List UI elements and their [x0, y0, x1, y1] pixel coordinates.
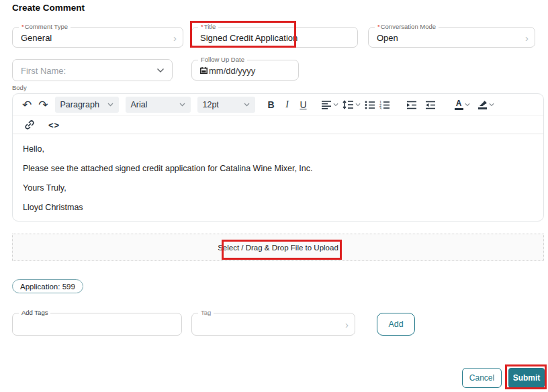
text-color-button[interactable]: A	[455, 99, 470, 110]
editor-toolbar-row2: <>	[13, 116, 543, 134]
indent-button[interactable]	[406, 97, 417, 113]
conversation-mode-value: Open	[377, 32, 398, 42]
highlight-color-button[interactable]	[478, 100, 494, 109]
chevron-right-icon: ›	[173, 32, 177, 42]
comment-type-label: *Comment Type	[19, 23, 71, 31]
svg-text:3: 3	[379, 106, 381, 109]
conversation-mode-label: *Conversation Mode	[375, 23, 439, 31]
body-paragraph: Lloyd Christmas	[23, 202, 533, 213]
page-title: Create Comment	[12, 3, 85, 13]
first-name-select[interactable]: First Name:	[12, 59, 173, 81]
undo-button[interactable]: ↶	[22, 97, 32, 113]
cancel-button[interactable]: Cancel	[462, 368, 502, 388]
paragraph-style-select[interactable]: Paragraph	[55, 97, 119, 113]
body-rich-text-editor: ↶ ↷ Paragraph Arial 12pt B I U	[12, 93, 544, 222]
body-paragraph: Please see the attached signed credit ap…	[23, 163, 533, 174]
title-value: Signed Credit Application	[200, 32, 298, 42]
outdent-button[interactable]	[425, 97, 436, 113]
title-input[interactable]: *Title Signed Credit Application	[191, 27, 358, 48]
body-label: Body	[12, 84, 27, 91]
chevron-down-icon	[465, 103, 470, 107]
file-upload-label: Select / Drag & Drop File to Upload	[218, 244, 338, 252]
chevron-down-icon	[355, 103, 361, 107]
highlighter-icon	[478, 100, 488, 107]
chevron-down-icon	[156, 68, 165, 73]
text-color-icon: A	[456, 99, 462, 107]
file-upload-dropzone[interactable]: Select / Drag & Drop File to Upload	[12, 234, 544, 261]
follow-up-date-placeholder: mm/dd/yyyy	[209, 65, 255, 75]
line-height-button[interactable]	[342, 100, 361, 109]
create-comment-form: Create Comment *Comment Type General › *…	[0, 0, 548, 392]
body-editor-content[interactable]: Hello,Please see the attached signed cre…	[13, 134, 543, 221]
body-paragraph: Yours Truly,	[23, 183, 533, 193]
chevron-down-icon	[107, 103, 113, 107]
chevron-down-icon	[489, 103, 494, 107]
font-family-select[interactable]: Arial	[126, 97, 191, 113]
chevron-right-icon: ›	[525, 32, 529, 42]
comment-type-value: General	[21, 32, 52, 42]
redo-button[interactable]: ↷	[38, 97, 48, 113]
application-chip[interactable]: Application: 599	[12, 279, 83, 293]
chevron-down-icon	[333, 103, 338, 107]
follow-up-date-label: Follow Up Date	[198, 56, 247, 64]
link-icon	[24, 119, 35, 130]
tag-label: Tag	[198, 309, 214, 317]
add-tags-label: Add Tags	[19, 309, 50, 317]
align-button[interactable]	[321, 100, 338, 109]
chevron-right-icon: ›	[345, 320, 349, 330]
numbered-list-button[interactable]: 123	[379, 97, 390, 113]
title-label: *Title	[198, 23, 218, 31]
italic-button[interactable]: I	[279, 97, 295, 113]
bold-button[interactable]: B	[263, 97, 279, 113]
font-size-select[interactable]: 12pt	[197, 97, 255, 113]
chevron-down-icon	[179, 103, 185, 107]
redo-icon: ↷	[38, 99, 48, 111]
first-name-placeholder: First Name:	[21, 65, 66, 75]
follow-up-date-input[interactable]: Follow Up Date mm/dd/yyyy	[191, 60, 299, 81]
conversation-mode-select[interactable]: *Conversation Mode Open ›	[368, 27, 535, 48]
chevron-down-icon	[244, 103, 250, 107]
add-tags-input[interactable]: Add Tags	[12, 313, 182, 336]
submit-button[interactable]: Submit	[508, 368, 545, 388]
link-button[interactable]	[24, 117, 35, 133]
underline-button[interactable]: U	[295, 97, 312, 113]
code-button[interactable]: <>	[48, 117, 60, 133]
undo-icon: ↶	[22, 99, 32, 111]
comment-type-select[interactable]: *Comment Type General ›	[12, 27, 183, 48]
editor-toolbar-row1: ↶ ↷ Paragraph Arial 12pt B I U	[13, 94, 543, 116]
body-paragraph: Hello,	[23, 144, 533, 154]
add-button[interactable]: Add	[377, 313, 415, 336]
tag-select[interactable]: Tag ›	[191, 313, 355, 336]
bullet-list-button[interactable]	[365, 97, 375, 113]
calendar-icon	[200, 66, 208, 74]
